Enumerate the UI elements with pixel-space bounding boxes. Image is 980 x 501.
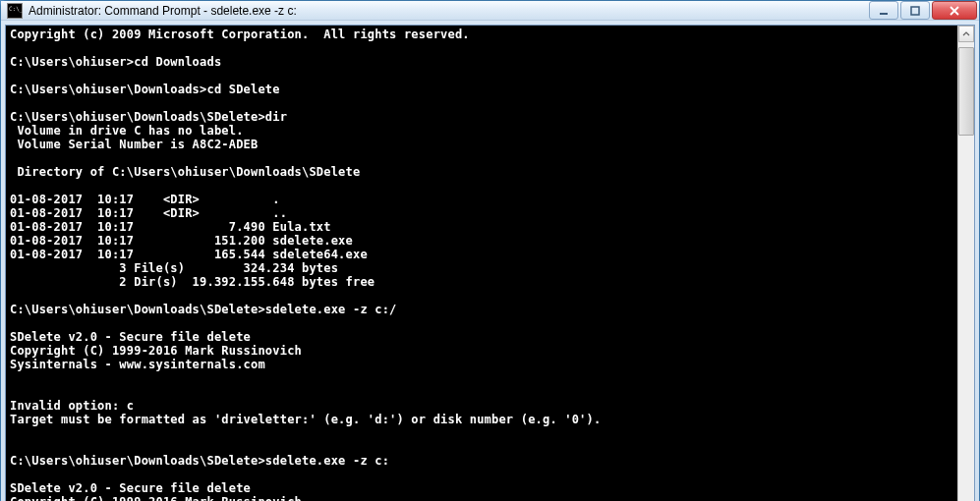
console-line: Copyright (C) 1999-2016 Mark Russinovich: [10, 495, 953, 501]
maximize-button[interactable]: [900, 1, 930, 20]
console-line: 01-08-2017 10:17 <DIR> ..: [10, 206, 953, 220]
scrollbar-thumb[interactable]: [958, 47, 974, 136]
console-line: Directory of C:\Users\ohiuser\Downloads\…: [10, 165, 953, 179]
console-line: Copyright (c) 2009 Microsoft Corporation…: [10, 28, 953, 41]
console-line: Volume in drive C has no label.: [10, 124, 953, 138]
close-button[interactable]: [932, 1, 977, 20]
client-inset: Copyright (c) 2009 Microsoft Corporation…: [5, 25, 975, 501]
svg-rect-1: [911, 7, 919, 15]
console-line: [10, 151, 953, 165]
console-line: C:\Users\ohiuser\Downloads>cd SDelete: [10, 83, 953, 96]
console-line: C:\Users\ohiuser\Downloads\SDelete>sdele…: [10, 303, 953, 316]
console-line: [10, 289, 953, 303]
console-line: C:\Users\ohiuser\Downloads\SDelete>dir: [10, 110, 953, 124]
console-line: [10, 426, 953, 440]
console-line: Sysinternals - www.sysinternals.com: [10, 358, 953, 371]
console-line: [10, 316, 953, 330]
titlebar[interactable]: Administrator: Command Prompt - sdelete.…: [1, 1, 979, 21]
minimize-button[interactable]: [869, 1, 898, 20]
console-line: 01-08-2017 10:17 151.200 sdelete.exe: [10, 234, 953, 248]
console-line: SDelete v2.0 - Secure file delete: [10, 481, 953, 495]
console-line: Copyright (C) 1999-2016 Mark Russinovich: [10, 344, 953, 358]
close-icon: [949, 6, 960, 16]
cmd-icon: [7, 3, 23, 19]
svg-rect-0: [880, 13, 888, 15]
console-output[interactable]: Copyright (c) 2009 Microsoft Corporation…: [6, 26, 957, 501]
console-line: 01-08-2017 10:17 <DIR> .: [10, 193, 953, 206]
console-line: [10, 440, 953, 454]
console-line: 01-08-2017 10:17 7.490 Eula.txt: [10, 220, 953, 234]
console-line: [10, 96, 953, 110]
minimize-icon: [879, 6, 889, 16]
console-line: [10, 179, 953, 193]
maximize-icon: [910, 6, 920, 16]
window-title: Administrator: Command Prompt - sdelete.…: [29, 4, 869, 18]
console-line: [10, 468, 953, 481]
console-line: SDelete v2.0 - Secure file delete: [10, 330, 953, 344]
console-line: Invalid option: c: [10, 399, 953, 413]
console-line: [10, 41, 953, 55]
console-line: Volume Serial Number is A8C2-ADEB: [10, 138, 953, 151]
console-line: 2 Dir(s) 19.392.155.648 bytes free: [10, 275, 953, 289]
console-line: 3 File(s) 324.234 bytes: [10, 261, 953, 275]
console-line: [10, 371, 953, 385]
console-line: 01-08-2017 10:17 165.544 sdelete64.exe: [10, 248, 953, 261]
vertical-scrollbar[interactable]: [957, 26, 974, 501]
console-line: [10, 385, 953, 399]
scroll-up-button[interactable]: [958, 26, 974, 42]
console-line: C:\Users\ohiuser>cd Downloads: [10, 55, 953, 69]
console-line: C:\Users\ohiuser\Downloads\SDelete>sdele…: [10, 454, 953, 468]
app-window: Administrator: Command Prompt - sdelete.…: [0, 0, 980, 501]
scrollbar-track[interactable]: [958, 42, 974, 501]
console-line: Target must be formatted as 'driveletter…: [10, 413, 953, 426]
chevron-up-icon: [962, 30, 970, 38]
window-buttons: [869, 1, 977, 20]
client-wrap: Copyright (c) 2009 Microsoft Corporation…: [1, 21, 979, 501]
console-line: [10, 69, 953, 83]
